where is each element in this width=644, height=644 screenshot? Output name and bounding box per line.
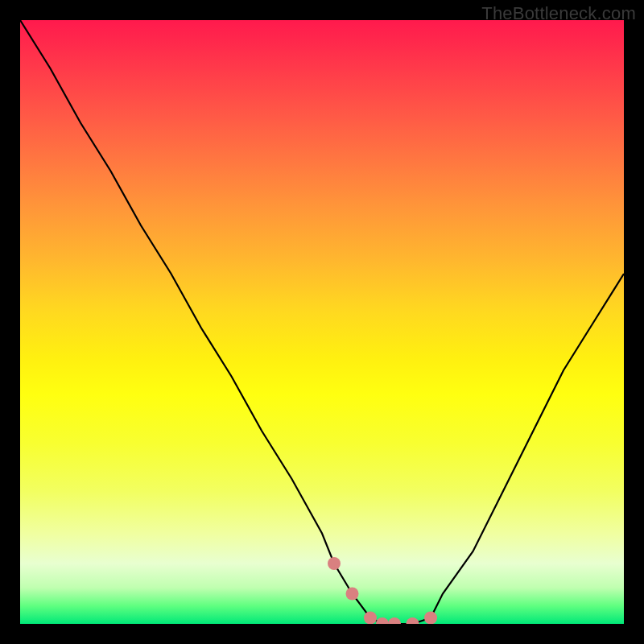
highlight-dot <box>388 617 401 624</box>
highlight-dot <box>364 612 377 625</box>
plot-area <box>20 20 624 624</box>
highlight-dot <box>376 617 389 624</box>
highlight-dot <box>424 612 437 625</box>
highlight-dot <box>328 557 341 570</box>
highlight-dots <box>328 557 437 624</box>
bottleneck-curve <box>20 20 624 624</box>
highlight-dot <box>346 588 359 601</box>
highlight-dot <box>407 617 419 624</box>
bottleneck-curve-svg <box>20 20 624 624</box>
chart-frame: TheBottleneck.com <box>0 0 644 644</box>
attribution-text: TheBottleneck.com <box>481 3 636 24</box>
